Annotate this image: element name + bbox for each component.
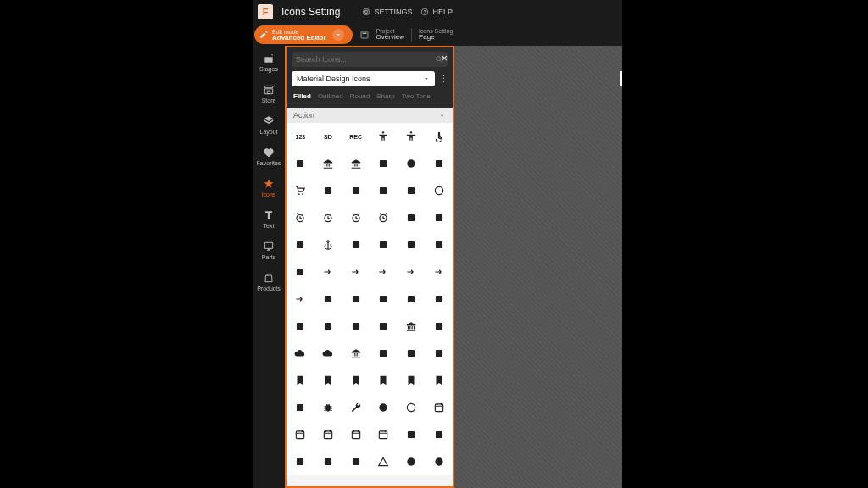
close-panel-button[interactable]: × (441, 53, 448, 64)
icon-assignment[interactable] (398, 286, 426, 313)
icon-arrow-circle-right[interactable] (370, 258, 398, 286)
icon-bookmark[interactable] (287, 367, 314, 394)
icon-bookmark-border[interactable] (370, 367, 398, 394)
icon-assignment-ind[interactable] (425, 286, 453, 313)
icon-alarm-on[interactable] (370, 204, 398, 231)
icon-add-to-drive[interactable] (342, 177, 370, 204)
style-tab-filled[interactable]: Filled (293, 92, 311, 100)
icon-alarm-off[interactable] (342, 204, 370, 231)
icon-alarm[interactable] (287, 204, 314, 231)
icon-bookmark-remove[interactable] (398, 367, 426, 394)
icon-account-balance[interactable] (314, 150, 342, 177)
icon-arrow-circle-left[interactable] (342, 258, 370, 286)
icon-change-history[interactable] (370, 448, 398, 475)
icon-browse-gallery[interactable] (287, 394, 314, 421)
help-link[interactable]: ? HELP (420, 8, 453, 16)
icon-app-shortcut[interactable] (287, 258, 314, 286)
icon-3d-rotation[interactable]: 3D (314, 123, 342, 150)
search-field[interactable] (292, 52, 448, 67)
style-tab-sharp[interactable]: Sharp (376, 92, 394, 100)
icon-api[interactable] (398, 231, 426, 258)
icon-analytics[interactable] (287, 231, 314, 258)
icon-add-task[interactable] (314, 177, 342, 204)
canvas-area[interactable] (454, 46, 622, 488)
icon-assignment-returned[interactable] (342, 313, 370, 340)
icon-cancel-schedule-send[interactable] (425, 421, 453, 448)
sidebar-item-layout[interactable]: Layout (254, 115, 283, 135)
icon-rec[interactable]: REC (342, 123, 370, 150)
icon-book[interactable] (398, 340, 426, 367)
category-header[interactable]: Action (287, 108, 453, 123)
icon-add-shopping-cart[interactable] (287, 177, 314, 204)
icon-assessment[interactable] (370, 286, 398, 313)
icon-calendar-today[interactable] (287, 421, 314, 448)
style-tab-round[interactable]: Round (350, 92, 370, 100)
icon-bug-report[interactable] (314, 394, 342, 421)
crumb-project[interactable]: Project Overview (376, 28, 404, 42)
panel-more-button[interactable]: ⋮ (439, 77, 448, 80)
icon-add-card[interactable] (425, 150, 453, 177)
style-tab-two-tone[interactable]: Two Tone (402, 92, 431, 100)
icon-arrow-circle-up[interactable] (398, 258, 426, 286)
icon-bookmark-added[interactable] (342, 367, 370, 394)
icon-announcement[interactable] (370, 231, 398, 258)
icon-account-balance-wallet[interactable] (342, 150, 370, 177)
icon-anchor[interactable] (314, 231, 342, 258)
icon-addchart[interactable] (370, 177, 398, 204)
icon-all-out[interactable] (425, 204, 453, 231)
icon-calendar-month[interactable] (425, 394, 453, 421)
icon-balance[interactable] (342, 340, 370, 367)
icon-check-circle-outline[interactable] (425, 448, 453, 475)
icon-assured-workload[interactable] (398, 313, 426, 340)
icon-assignment-late[interactable] (287, 313, 314, 340)
icon-book-online[interactable] (425, 340, 453, 367)
icon-accessible[interactable] (425, 123, 453, 150)
edit-mode-pill[interactable]: Edit mode Advanced Editor (254, 25, 353, 44)
sidebar-item-store[interactable]: Store (254, 84, 283, 103)
icon-arrow-right-alt[interactable] (287, 286, 314, 313)
icon-assignment-return[interactable] (314, 313, 342, 340)
sidebar-item-favorites[interactable]: Favorites (254, 147, 283, 166)
icon-android[interactable] (342, 231, 370, 258)
icon-backup[interactable] (287, 340, 314, 367)
sidebar-item-parts[interactable]: Parts (254, 241, 283, 260)
icon-arrow-outward[interactable] (425, 258, 453, 286)
icon-card-giftcard[interactable] (287, 448, 314, 475)
icon-calendar-view-day[interactable] (314, 421, 342, 448)
icon-admin-panel-settings[interactable] (398, 177, 426, 204)
icon-build[interactable] (342, 394, 370, 421)
settings-link[interactable]: SETTINGS (362, 8, 412, 16)
icon-account-circle[interactable] (398, 150, 426, 177)
icon-bookmarks[interactable] (425, 367, 453, 394)
canvas-object[interactable] (620, 71, 622, 86)
icon-card-travel[interactable] (342, 448, 370, 475)
icon-batch-prediction[interactable] (370, 340, 398, 367)
icon-123[interactable]: 123 (287, 123, 314, 150)
library-select[interactable]: Material Design Icons (292, 71, 435, 86)
icon-article[interactable] (314, 286, 342, 313)
icon-card-membership[interactable] (314, 448, 342, 475)
icon-accessible-forward[interactable] (287, 150, 314, 177)
icon-calendar-view-month[interactable] (342, 421, 370, 448)
sidebar-item-text[interactable]: Text (254, 209, 283, 229)
sidebar-item-icons[interactable]: Icons (254, 178, 283, 197)
icon-backup-table[interactable] (314, 340, 342, 367)
icon-check-circle[interactable] (398, 448, 426, 475)
icon-accessibility-new[interactable] (398, 123, 426, 150)
icon-calendar-view-week[interactable] (370, 421, 398, 448)
style-tab-outlined[interactable]: Outlined (318, 92, 343, 100)
icon-account-box[interactable] (370, 150, 398, 177)
icon-ads-click[interactable] (425, 177, 453, 204)
icon-app-blocking[interactable] (425, 231, 453, 258)
icon-aspect-ratio[interactable] (342, 286, 370, 313)
icon-accessibility[interactable] (370, 123, 398, 150)
icon-alarm-add[interactable] (314, 204, 342, 231)
sidebar-item-stages[interactable]: Stages (254, 53, 283, 72)
icon-cached[interactable] (398, 394, 426, 421)
icon-bookmark-add[interactable] (314, 367, 342, 394)
icon-camera-enhance[interactable] (398, 421, 426, 448)
icon-autorenew[interactable] (425, 313, 453, 340)
icon-assignment-turned-in[interactable] (370, 313, 398, 340)
search-input[interactable] (296, 55, 435, 64)
crumb-page[interactable]: Icons Setting Page (419, 28, 453, 42)
